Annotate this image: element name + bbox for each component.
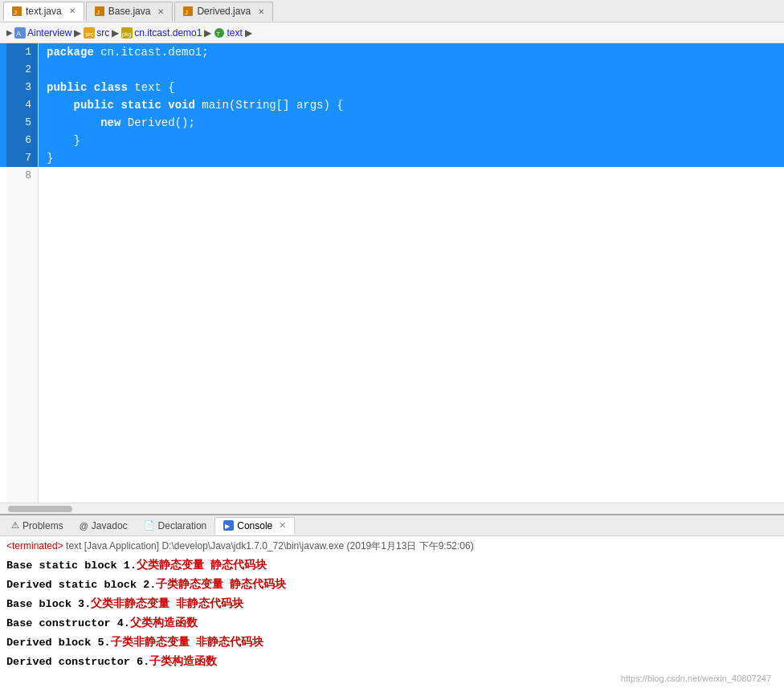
breadcrumb-icon: A [14, 26, 26, 39]
gutter-3 [0, 79, 6, 96]
java-file-icon: J [12, 6, 22, 16]
tab-label: Derived.java [197, 6, 251, 17]
code-line-5: 5 new Derived(); [0, 114, 784, 132]
scrollbar-thumb[interactable] [8, 506, 72, 512]
gutter-7 [0, 149, 6, 167]
breadcrumb-arrow: ▶ [6, 28, 13, 37]
code-text [47, 99, 74, 112]
svg-text:J: J [14, 9, 17, 16]
console-cn-5: 子类非静态变量 非静态代码块 [111, 637, 263, 649]
tab-bar: J text.java ✕ J Base.java ✕ J Derived.ja… [0, 0, 784, 22]
tab-text-java[interactable]: J text.java ✕ [3, 2, 84, 21]
console-cn-6: 子类构造函数 [149, 656, 217, 668]
console-line-3: Base block 3.父类非静态变量 非静态代码块 [6, 595, 778, 614]
breadcrumb-item-ainterview[interactable]: Ainterview [27, 27, 71, 39]
code-content-7: } [39, 149, 53, 167]
svg-text:J: J [96, 9, 100, 16]
breadcrumb-sep: ▶ [112, 27, 119, 39]
console-cn-2: 子类静态变量 静态代码块 [156, 579, 286, 591]
console-cn-1: 父类静态变量 静态代码块 [137, 560, 267, 572]
code-text: text { [128, 81, 175, 94]
declaration-icon: 📄 [144, 520, 155, 531]
tab-label: Base.java [108, 6, 151, 17]
tab-close-icon[interactable]: ✕ [69, 6, 76, 15]
java-file-icon: J [183, 6, 193, 16]
keyword-public: public [47, 81, 87, 94]
keyword-static: static [120, 99, 161, 112]
code-text: } [47, 152, 53, 165]
breadcrumb-icon-class: T [214, 26, 225, 39]
line-num-2: 2 [6, 61, 39, 79]
line-num-6: 6 [6, 132, 39, 149]
keyword-public2: public [74, 99, 114, 112]
console-close[interactable]: ✕ [279, 520, 286, 531]
tab-close-icon[interactable]: ✕ [157, 7, 164, 16]
code-text [161, 99, 168, 112]
panel-tab-bar: ⚠ Problems @ Javadoc 📄 Declaration ▶ Con… [0, 515, 784, 536]
tab-javadoc[interactable]: @ Javadoc [71, 517, 136, 535]
svg-text:J: J [185, 9, 188, 16]
code-content-6: } [39, 132, 80, 149]
gutter-2 [0, 61, 6, 79]
console-en-3: Base block 3. [6, 598, 91, 610]
javadoc-icon: @ [80, 521, 88, 531]
breadcrumb: ▶ A Ainterview ▶ src src ▶ pkg cn.itcast… [0, 22, 784, 43]
code-content-2 [39, 61, 53, 79]
svg-text:A: A [16, 30, 21, 38]
tab-close-icon[interactable]: ✕ [258, 7, 264, 16]
keyword-void: void [168, 99, 195, 112]
gutter-6 [0, 132, 6, 149]
keyword-package: package [47, 46, 94, 59]
line-num-1: 1 [6, 43, 39, 61]
console-info-text: text [Java Application] D:\develop\Java\… [63, 540, 474, 552]
tab-base-java[interactable]: J Base.java ✕ [86, 2, 174, 21]
tab-problems[interactable]: ⚠ Problems [3, 517, 71, 535]
code-line-2: 2 [0, 61, 784, 79]
console-label: Console [237, 520, 272, 531]
terminated-label: <terminated> [6, 540, 63, 552]
console-line-1: Base static block 1.父类静态变量 静态代码块 [6, 556, 778, 576]
code-content-1: package cn.itcast.demo1; [39, 43, 209, 61]
console-line-5: Derived block 5.子类非静态变量 非静态代码块 [6, 633, 778, 653]
breadcrumb-icon-pkg: pkg [121, 26, 133, 39]
console-en-2: Derived static block 2. [6, 579, 156, 591]
breadcrumb-sep: ▶ [74, 27, 81, 39]
watermark: https://blog.csdn.net/weixin_40807247 [6, 672, 778, 685]
code-line-8: 8 [0, 167, 784, 185]
code-text: main(String[] args) { [195, 99, 344, 112]
problems-icon: ⚠ [11, 520, 19, 531]
keyword-new: new [100, 116, 120, 129]
tab-derived-java[interactable]: J Derived.java ✕ [174, 2, 273, 21]
code-text [47, 116, 100, 129]
console-line-2: Derived static block 2.子类静态变量 静态代码块 [6, 576, 778, 595]
gutter-1 [0, 43, 6, 61]
breadcrumb-item-src[interactable]: src [96, 27, 109, 39]
breadcrumb-icon-src: src [84, 26, 95, 39]
keyword-class: class [94, 81, 128, 94]
horizontal-scrollbar[interactable] [0, 503, 784, 514]
problems-label: Problems [22, 520, 63, 531]
line-num-8: 8 [6, 167, 39, 185]
gutter-5 [0, 114, 6, 132]
code-content-8 [39, 167, 53, 185]
code-content-5: new Derived(); [39, 114, 195, 132]
console-cn-3: 父类非静态变量 非静态代码块 [91, 598, 243, 610]
line-num-3: 3 [6, 79, 39, 96]
code-text [87, 81, 93, 94]
line-num-7: 7 [6, 149, 39, 167]
gutter-8 [0, 167, 6, 185]
code-text: cn.itcast.demo1; [94, 46, 209, 59]
breadcrumb-sep: ▶ [204, 27, 211, 39]
console-cn-4: 父类构造函数 [130, 617, 198, 629]
declaration-label: Declaration [158, 520, 207, 531]
code-content-3: public class text { [39, 79, 175, 96]
code-text: } [47, 134, 80, 147]
tab-console[interactable]: ▶ Console ✕ [214, 517, 295, 535]
tab-label: text.java [26, 6, 62, 17]
breadcrumb-item-text[interactable]: text [227, 27, 242, 39]
breadcrumb-item-package[interactable]: cn.itcast.demo1 [134, 27, 202, 39]
console-en-5: Derived block 5. [6, 637, 111, 649]
code-editor[interactable]: 1 package cn.itcast.demo1; 2 3 public cl… [0, 43, 784, 514]
code-area: 1 package cn.itcast.demo1; 2 3 public cl… [0, 43, 784, 503]
tab-declaration[interactable]: 📄 Declaration [136, 517, 215, 535]
